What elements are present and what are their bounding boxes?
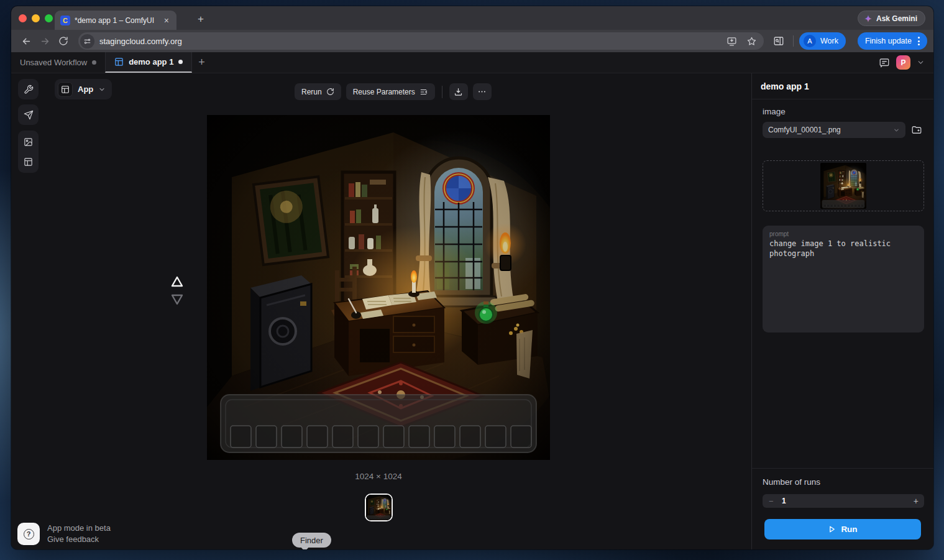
generated-image[interactable] [207, 115, 550, 460]
kebab-menu-icon[interactable] [918, 37, 920, 45]
side-panel-search-icon [773, 35, 784, 47]
layout-panel-button[interactable] [19, 153, 37, 171]
spacer [851, 35, 852, 47]
thumbnail-image [366, 495, 392, 520]
workflow-edit-button[interactable] [18, 79, 39, 99]
forward-button[interactable] [36, 32, 53, 50]
run-button[interactable]: Run [764, 519, 921, 539]
app-mode-icon-box [58, 82, 73, 97]
back-button[interactable] [17, 32, 35, 50]
download-icon [454, 87, 463, 96]
workflow-tab-unsaved[interactable]: Unsaved Workflow [11, 58, 105, 67]
comfyui-favicon: C [60, 16, 70, 25]
chevron-down-icon [893, 127, 900, 134]
install-app-icon[interactable] [724, 34, 739, 48]
more-options-button[interactable] [473, 83, 492, 100]
image-preview-thumbnail [820, 163, 866, 209]
run-action-bar: Rerun Reuse Parameters [295, 83, 492, 100]
profile-label: Work [820, 37, 838, 45]
tab-close-icon[interactable]: × [162, 15, 172, 26]
gemini-sparkle-icon [864, 14, 873, 23]
actionbar-separator [442, 86, 442, 98]
workflow-tab-demo-label: demo app 1 [129, 57, 173, 67]
workflow-tab-demo-app[interactable]: demo app 1 [105, 52, 192, 73]
prompt-field-label: prompt [769, 231, 917, 237]
open-folder-icon[interactable] [911, 124, 922, 135]
run-button-label: Run [841, 525, 857, 534]
new-tab-button[interactable]: + [193, 12, 208, 27]
close-window-button[interactable] [19, 14, 27, 22]
toolbar-separator [793, 35, 794, 47]
reuse-parameters-label: Reuse Parameters [353, 88, 415, 96]
ellipsis-icon [477, 87, 487, 96]
app-layout-icon [114, 57, 124, 67]
next-image-arrow[interactable] [170, 293, 184, 306]
workflow-tab-bar: Unsaved Workflow demo app 1 + P [11, 52, 933, 73]
previous-image-arrow[interactable] [170, 275, 184, 288]
finish-update-button[interactable]: Finish update [858, 32, 927, 50]
layout-icon [24, 157, 33, 167]
browser-tab-strip: C *demo app 1 – ComfyUI × + Ask Gemini [11, 6, 933, 30]
result-thumbnail-selected[interactable] [365, 493, 393, 521]
inventory-hotbar [822, 200, 864, 208]
ask-gemini-button[interactable]: Ask Gemini [858, 11, 925, 26]
prompt-input[interactable]: prompt change image 1 to realistic photo… [763, 226, 924, 333]
share-button[interactable] [18, 104, 39, 125]
ask-gemini-label: Ask Gemini [876, 14, 917, 23]
back-arrow-icon [21, 36, 32, 47]
finish-update-label: Finish update [865, 37, 912, 45]
runs-stepper: − 1 + [763, 494, 924, 508]
inventory-hotbar [367, 515, 391, 520]
minimize-window-button[interactable] [32, 14, 40, 22]
inventory-hotbar [221, 395, 536, 452]
app-mode-selector[interactable]: App [55, 79, 112, 99]
send-icon [24, 110, 34, 120]
app-layout-icon [61, 85, 70, 94]
main-canvas: App Rerun Reuse Parameters [11, 73, 751, 549]
panel-title: demo app 1 [752, 73, 933, 99]
image-file-dropdown[interactable]: ComfyUI_00001_.png [763, 122, 905, 138]
reuse-parameters-button[interactable]: Reuse Parameters [346, 83, 435, 100]
image-field-label: image [763, 107, 924, 116]
runs-value[interactable]: 1 [782, 494, 786, 508]
side-panel-search-button[interactable] [770, 32, 787, 50]
macos-traffic-lights [19, 14, 53, 22]
site-settings-icon[interactable] [80, 34, 94, 48]
profile-avatar: A [804, 35, 816, 47]
reuse-parameters-icon [419, 88, 428, 96]
media-assets-button[interactable] [19, 133, 37, 151]
help-button[interactable]: ? [17, 523, 40, 545]
give-feedback-link[interactable]: Give feedback [47, 534, 111, 545]
chevron-down-icon[interactable] [917, 58, 925, 67]
panel-content: image ComfyUI_00001_.png [752, 99, 933, 468]
unsaved-dot-indicator [92, 60, 96, 65]
fullscreen-window-button[interactable] [45, 14, 53, 22]
bookmark-star-icon[interactable] [744, 34, 759, 48]
profile-button[interactable]: A Work [799, 32, 846, 50]
image-file-name: ComfyUI_00001_.png [768, 126, 889, 134]
app-body: App Rerun Reuse Parameters [11, 73, 933, 549]
scene-illustration [207, 115, 550, 460]
beta-notice-line1: App mode in beta [47, 523, 111, 534]
image-preview-dropzone[interactable] [763, 160, 924, 211]
wrench-icon [24, 85, 34, 94]
prompt-text[interactable]: change image 1 to realistic photograph [769, 239, 917, 259]
rerun-label: Rerun [301, 88, 322, 96]
question-mark-icon: ? [24, 529, 34, 539]
download-button[interactable] [449, 83, 468, 100]
finder-dock-tooltip: Finder [292, 533, 331, 548]
browser-window: C *demo app 1 – ComfyUI × + Ask Gemini [11, 6, 933, 549]
rerun-button[interactable]: Rerun [295, 83, 341, 100]
increment-button[interactable]: + [914, 494, 919, 508]
decrement-button[interactable]: − [769, 494, 774, 508]
url-text: stagingcloud.comfy.org [99, 37, 719, 46]
browser-tab[interactable]: C *demo app 1 – ComfyUI × [55, 11, 176, 30]
address-bar[interactable]: stagingcloud.comfy.org [78, 32, 764, 50]
scene-illustration [366, 495, 392, 520]
browser-toolbar: stagingcloud.comfy.org A Work Finish upd… [11, 30, 933, 52]
user-avatar[interactable]: P [896, 55, 910, 70]
reload-button[interactable] [55, 32, 72, 50]
unsaved-changes-dot [178, 60, 183, 64]
feedback-chat-icon[interactable] [879, 57, 890, 68]
new-workflow-button[interactable]: + [192, 53, 211, 72]
